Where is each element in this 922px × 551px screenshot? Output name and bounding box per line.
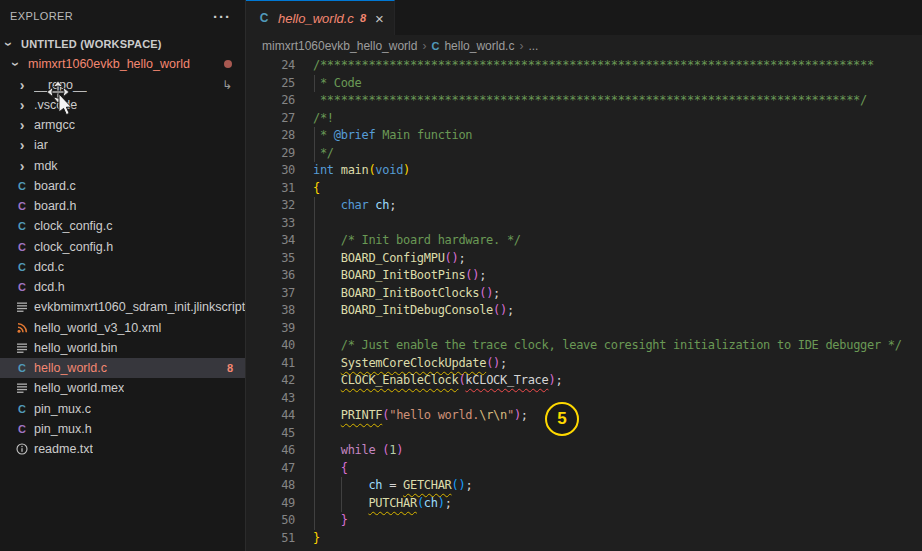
explorer-sidebar: EXPLORER ··· ›UNTITLED (WORKSPACE)›mimxr… xyxy=(0,0,246,551)
line-number: 44 xyxy=(246,407,295,425)
explorer-header: EXPLORER ··· xyxy=(0,0,245,32)
c-file-icon: C xyxy=(14,259,30,275)
tree-item[interactable]: ›UNTITLED (WORKSPACE) xyxy=(0,34,245,54)
code-token xyxy=(313,513,341,527)
code-line: 38 BOARD_InitDebugConsole(); xyxy=(246,302,922,320)
code-token: ; xyxy=(555,373,562,387)
tree-item[interactable]: Cboard.c xyxy=(0,176,245,196)
code-line: 26 *************************************… xyxy=(246,92,922,110)
line-number: 43 xyxy=(246,390,295,408)
line-number: 40 xyxy=(246,337,295,355)
tab-problems-badge: 8 xyxy=(360,12,366,24)
chevron-right-icon: › xyxy=(14,117,30,133)
code-token xyxy=(313,408,341,422)
tree-item[interactable]: hello_world.mex xyxy=(0,378,245,398)
breadcrumb-item-file[interactable]: hello_world.c xyxy=(444,39,514,53)
tree-item-label: mdk xyxy=(34,159,58,173)
tree-item-label: hello_world.bin xyxy=(34,341,117,355)
code-token xyxy=(313,338,341,352)
code-token: ) xyxy=(403,163,410,177)
explorer-title: EXPLORER xyxy=(10,10,73,22)
line-number: 26 xyxy=(246,92,295,110)
code-token: ; xyxy=(500,356,507,370)
code-token xyxy=(313,443,341,457)
code-line: 32 char ch; xyxy=(246,197,922,215)
code-line: 46 while (1) xyxy=(246,442,922,460)
tree-item[interactable]: hello_world.bin xyxy=(0,338,245,358)
trailing-arrow-icon: ↳ xyxy=(222,78,232,92)
chevron-right-icon: › xyxy=(14,158,30,174)
code-token: ch xyxy=(368,478,382,492)
code-token xyxy=(313,268,341,282)
c-file-icon: C xyxy=(14,401,30,417)
chevron-down-icon: › xyxy=(1,36,17,52)
code-line: 29 */ xyxy=(246,145,922,163)
code-token: int xyxy=(313,163,334,177)
tree-item[interactable]: Cdcd.c xyxy=(0,257,245,277)
tree-item[interactable]: ›mdk xyxy=(0,156,245,176)
c-file-icon: C xyxy=(14,218,30,234)
tree-item[interactable]: Cclock_config.h xyxy=(0,237,245,257)
tree-item-label: board.h xyxy=(34,199,76,213)
tree-item-label: pin_mux.c xyxy=(34,402,91,416)
code-token: ch xyxy=(424,496,438,510)
code-token: ) xyxy=(500,303,507,317)
line-number: 46 xyxy=(246,442,295,460)
tree-item[interactable]: Chello_world.c8 xyxy=(0,358,245,378)
tree-item[interactable]: Cpin_mux.c xyxy=(0,399,245,419)
h-file-icon: C xyxy=(14,198,30,214)
code-token: ( xyxy=(445,251,452,265)
tree-item[interactable]: readme.txt xyxy=(0,439,245,459)
tab-hello-world-c[interactable]: C hello_world.c 8 × xyxy=(246,0,395,35)
code-token: ( xyxy=(417,496,424,510)
code-token: ; xyxy=(507,303,514,317)
line-number: 27 xyxy=(246,110,295,128)
code-token: ( xyxy=(493,303,500,317)
tree-item[interactable]: hello_world_v3_10.xml xyxy=(0,318,245,338)
more-actions-icon[interactable]: ··· xyxy=(213,9,231,24)
line-number: 39 xyxy=(246,320,295,338)
tree-item[interactable]: evkbmimxrt1060_sdram_init.jlinkscript xyxy=(0,297,245,317)
breadcrumb-item-project[interactable]: mimxrt1060evkb_hello_world xyxy=(262,39,417,53)
chevron-right-icon: › xyxy=(519,39,523,53)
code-token: ch xyxy=(375,198,389,212)
code-token xyxy=(313,373,341,387)
line-number: 37 xyxy=(246,285,295,303)
code-token: ) xyxy=(514,408,521,422)
close-icon[interactable]: × xyxy=(375,11,384,26)
line-number: 41 xyxy=(246,355,295,373)
breadcrumb-item-symbol[interactable]: ... xyxy=(528,39,538,53)
h-file-icon: C xyxy=(14,239,30,255)
code-token xyxy=(334,163,341,177)
code-token: ) xyxy=(438,496,445,510)
tree-item[interactable]: ›__repo__↳ xyxy=(0,75,245,95)
line-number: 47 xyxy=(246,460,295,478)
chevron-right-icon: › xyxy=(14,137,30,153)
indent-guide xyxy=(314,75,315,93)
code-line: 36 BOARD_InitBootPins(); xyxy=(246,267,922,285)
tree-item[interactable]: ›mimxrt1060evkb_hello_world xyxy=(0,54,245,74)
tree-item[interactable]: Cdcd.h xyxy=(0,277,245,297)
chevron-down-icon: › xyxy=(8,56,24,72)
tab-bar: C hello_world.c 8 × xyxy=(246,0,922,35)
tree-item[interactable]: Cboard.h xyxy=(0,196,245,216)
code-editor[interactable]: 24/*************************************… xyxy=(246,57,922,547)
code-token: SystemCoreClockUpdate xyxy=(341,356,486,370)
code-token: } xyxy=(341,513,348,527)
c-file-icon: C xyxy=(14,178,30,194)
code-line: 50 } xyxy=(246,512,922,530)
line-number: 38 xyxy=(246,302,295,320)
code-token xyxy=(313,461,341,475)
code-token: BOARD_ConfigMPU xyxy=(341,251,445,265)
code-token: /*! xyxy=(313,111,334,125)
tree-item[interactable]: Cpin_mux.h xyxy=(0,419,245,439)
tree-item[interactable]: ›armgcc xyxy=(0,115,245,135)
tree-item[interactable]: ›.vscode xyxy=(0,95,245,115)
code-line: 25 * Code xyxy=(246,75,922,93)
tree-item[interactable]: Cclock_config.c xyxy=(0,216,245,236)
tree-item-label: evkbmimxrt1060_sdram_init.jlinkscript xyxy=(34,300,245,314)
code-token: ) xyxy=(493,356,500,370)
tree-item[interactable]: ›iar xyxy=(0,135,245,155)
code-line: 47 { xyxy=(246,460,922,478)
info-file-icon xyxy=(14,441,30,457)
